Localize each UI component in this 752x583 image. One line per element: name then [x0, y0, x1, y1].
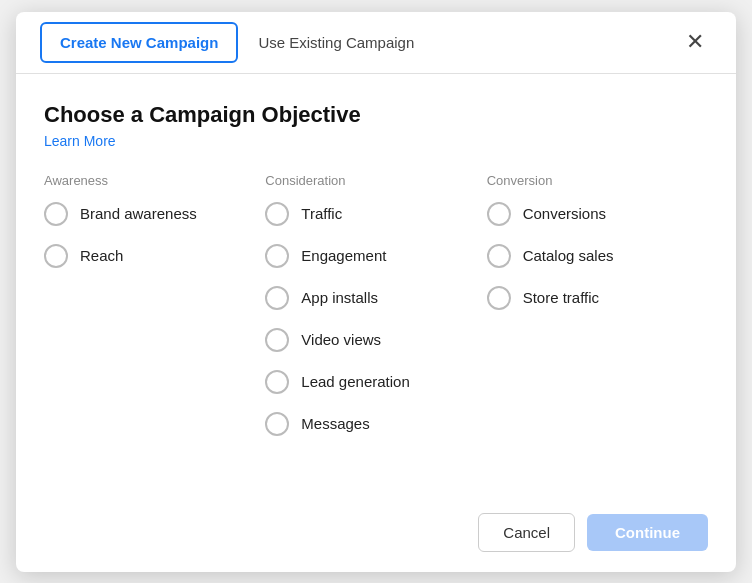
traffic-label: Traffic: [301, 205, 342, 222]
learn-more-link[interactable]: Learn More: [44, 133, 116, 149]
radio-reach[interactable]: [44, 244, 68, 268]
close-button[interactable]: ✕: [678, 23, 712, 61]
catalog-sales-label: Catalog sales: [523, 247, 614, 264]
page-title: Choose a Campaign Objective: [44, 102, 708, 128]
awareness-column: Awareness Brand awareness Reach: [44, 173, 265, 454]
tab-create-new[interactable]: Create New Campaign: [40, 22, 238, 63]
consideration-column: Consideration Traffic Engagement App ins…: [265, 173, 486, 454]
conversions-label: Conversions: [523, 205, 606, 222]
list-item[interactable]: Messages: [265, 412, 470, 436]
radio-messages[interactable]: [265, 412, 289, 436]
awareness-header: Awareness: [44, 173, 249, 188]
radio-catalog-sales[interactable]: [487, 244, 511, 268]
app-installs-label: App installs: [301, 289, 378, 306]
store-traffic-label: Store traffic: [523, 289, 599, 306]
list-item[interactable]: Brand awareness: [44, 202, 249, 226]
video-views-label: Video views: [301, 331, 381, 348]
modal-dialog: Create New Campaign Use Existing Campaig…: [16, 12, 736, 572]
reach-label: Reach: [80, 247, 123, 264]
list-item[interactable]: Conversions: [487, 202, 692, 226]
list-item[interactable]: Lead generation: [265, 370, 470, 394]
list-item[interactable]: App installs: [265, 286, 470, 310]
engagement-label: Engagement: [301, 247, 386, 264]
radio-video-views[interactable]: [265, 328, 289, 352]
consideration-header: Consideration: [265, 173, 470, 188]
tab-use-existing[interactable]: Use Existing Campaign: [238, 16, 434, 69]
radio-traffic[interactable]: [265, 202, 289, 226]
modal-body: Choose a Campaign Objective Learn More A…: [16, 74, 736, 497]
list-item[interactable]: Video views: [265, 328, 470, 352]
list-item[interactable]: Traffic: [265, 202, 470, 226]
list-item[interactable]: Catalog sales: [487, 244, 692, 268]
list-item[interactable]: Reach: [44, 244, 249, 268]
brand-awareness-label: Brand awareness: [80, 205, 197, 222]
radio-app-installs[interactable]: [265, 286, 289, 310]
radio-engagement[interactable]: [265, 244, 289, 268]
modal-header: Create New Campaign Use Existing Campaig…: [16, 12, 736, 74]
objectives-grid: Awareness Brand awareness Reach Consider…: [44, 173, 708, 454]
radio-store-traffic[interactable]: [487, 286, 511, 310]
list-item[interactable]: Engagement: [265, 244, 470, 268]
modal-footer: Cancel Continue: [16, 497, 736, 572]
radio-brand-awareness[interactable]: [44, 202, 68, 226]
messages-label: Messages: [301, 415, 369, 432]
conversion-header: Conversion: [487, 173, 692, 188]
cancel-button[interactable]: Cancel: [478, 513, 575, 552]
conversion-column: Conversion Conversions Catalog sales Sto…: [487, 173, 708, 454]
list-item[interactable]: Store traffic: [487, 286, 692, 310]
radio-lead-generation[interactable]: [265, 370, 289, 394]
modal-overlay: Create New Campaign Use Existing Campaig…: [0, 0, 752, 583]
continue-button[interactable]: Continue: [587, 514, 708, 551]
lead-generation-label: Lead generation: [301, 373, 409, 390]
radio-conversions[interactable]: [487, 202, 511, 226]
